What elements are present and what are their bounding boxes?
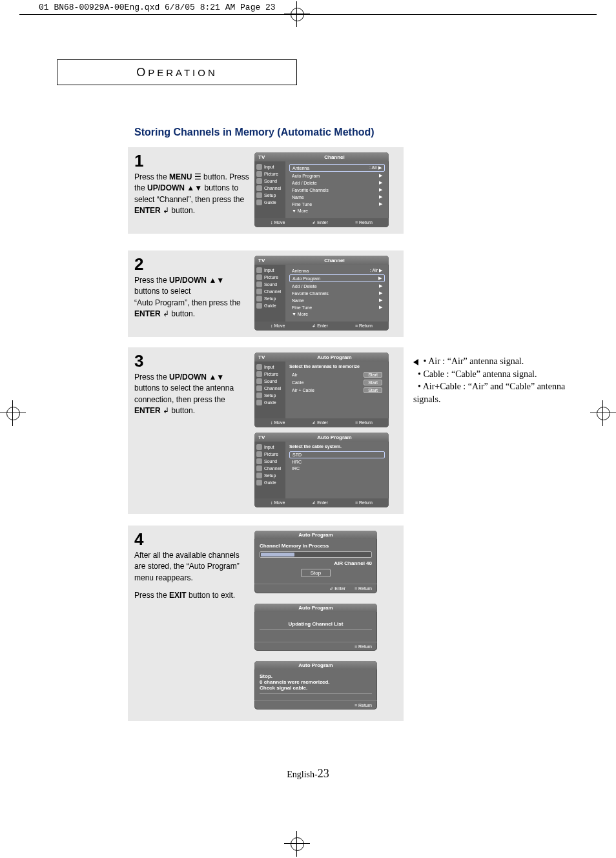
osd-step3b: TVAuto Program Input Picture Sound Chann… <box>254 433 389 507</box>
step-2-text: Press the UP/DOWN ▲▼ buttons to select“A… <box>134 275 251 320</box>
step-2-number: 2 <box>134 256 251 272</box>
step-2: 2 Press the UP/DOWN ▲▼ buttons to select… <box>128 250 404 337</box>
top-rule <box>19 14 597 15</box>
step-4-text-a: After all the available channels are sto… <box>134 550 251 584</box>
note-both: Air+Cable : “Air” and “Cable” antenna si… <box>413 382 565 404</box>
page-footer: English-23 <box>0 767 616 781</box>
step-1: 1 Press the MENU ☰ button. Press the UP/… <box>128 147 404 234</box>
section-heading-box: OPERATION <box>57 59 297 85</box>
osd-step3a: TVAuto Program Input Picture Sound Chann… <box>254 352 389 427</box>
manual-page: 01 BN68-00929A-00Eng.qxd 6/8/05 8:21 AM … <box>0 0 616 858</box>
step-4: 4 After all the available channels are s… <box>128 526 404 721</box>
page-title: Storing Channels in Memory (Automatic Me… <box>134 127 375 138</box>
side-note: • Air : “Air” antenna signal. • Cable : … <box>413 355 581 405</box>
step-4-text-b: Press the EXIT button to exit. <box>134 590 251 601</box>
step-1-number: 1 <box>134 152 251 169</box>
osd-updating: Auto Program Updating Channel List ≡ Ret… <box>254 604 377 651</box>
osd-step1: TVChannel Input Picture Sound Channel Se… <box>254 152 389 227</box>
osd-step2: TVChannel Input Picture Sound Channel Se… <box>254 256 389 331</box>
crop-mark-bottom <box>284 831 310 857</box>
osd-progress: Auto Program Channel Memory in Process A… <box>254 531 377 593</box>
note-air: Air : “Air” antenna signal. <box>428 356 524 366</box>
step-3-number: 3 <box>134 352 251 369</box>
stop-button[interactable]: Stop <box>301 569 331 577</box>
step-1-text: Press the MENU ☰ button. Press the UP/DO… <box>134 172 251 217</box>
section-heading: PERATION <box>148 67 218 78</box>
triangle-left-icon <box>413 359 418 365</box>
step-3: 3 Press the UP/DOWN ▲▼ buttons to select… <box>128 347 404 514</box>
crop-mark-right <box>590 400 616 426</box>
osd-stop: Auto Program Stop. 0 channels were memor… <box>254 661 377 710</box>
qxd-header: 01 BN68-00929A-00Eng.qxd 6/8/05 8:21 AM … <box>39 3 276 12</box>
step-4-number: 4 <box>134 531 251 547</box>
crop-mark-left <box>0 400 26 426</box>
step-3-text: Press the UP/DOWN ▲▼ buttons to select t… <box>134 372 251 417</box>
note-cable: Cable : “Cable” antenna signal. <box>423 369 537 379</box>
